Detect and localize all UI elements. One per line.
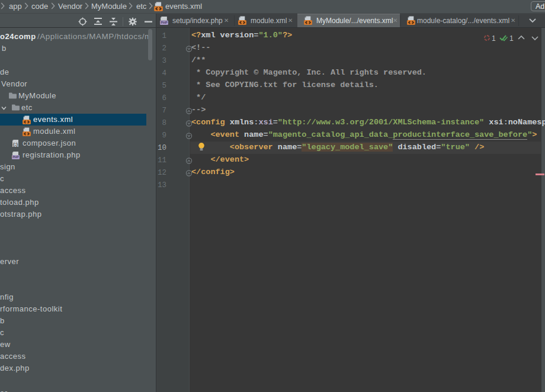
svg-text:1: 1 (492, 34, 496, 43)
svg-text:1: 1 (509, 34, 514, 43)
